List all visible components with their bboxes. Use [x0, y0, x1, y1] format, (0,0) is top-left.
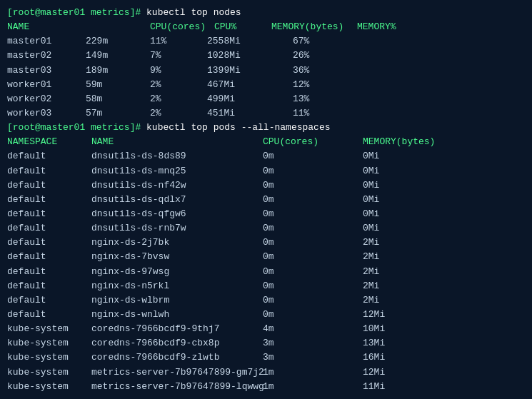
command-2: kubectl top pods --all-namespaces: [146, 121, 330, 135]
pods-table-body: defaultdnsutils-ds-8ds890m0Midefaultdnsu…: [7, 149, 525, 393]
nodes-command-line: [root@master01 metrics]# kubectl top nod…: [7, 6, 525, 20]
terminal: [root@master01 metrics]# kubectl top nod…: [7, 6, 525, 393]
table-row: master01229m11%2558Mi67%: [7, 34, 525, 49]
nodes-col-cpupct: CPU%: [214, 20, 271, 34]
table-row: defaultdnsutils-ds-mnq250m0Mi: [7, 164, 525, 178]
table-row: worker0159m2%467Mi12%: [7, 78, 525, 92]
nodes-table-body: master01229m11%2558Mi67%master02149m7%10…: [7, 34, 525, 121]
table-row: defaultdnsutils-ds-qfgw60m0Mi: [7, 207, 525, 221]
nodes-col-mempct: MEMORY%: [357, 20, 414, 34]
table-row: kube-systemcoredns-7966bcdf9-zlwtb3m16Mi: [7, 350, 525, 365]
nodes-col-cpu: CPU(cores): [150, 20, 214, 34]
table-row: defaultnginx-ds-2j7bk0m2Mi: [7, 236, 525, 250]
nodes-col-name: NAME: [7, 20, 150, 34]
table-row: defaultdnsutils-ds-8ds890m0Mi: [7, 149, 525, 163]
table-row: defaultnginx-ds-97wsg0m2Mi: [7, 265, 525, 279]
pods-command-line: [root@master01 metrics]# kubectl top pod…: [7, 121, 525, 135]
table-row: defaultnginx-ds-7bvsw0m2Mi: [7, 250, 525, 264]
pods-col-name: NAME: [91, 135, 263, 149]
pods-col-cpu: CPU(cores): [263, 135, 363, 149]
table-row: defaultdnsutils-ds-rnb7w0m0Mi: [7, 221, 525, 236]
table-row: kube-systemcoredns-7966bcdf9-9thj74m10Mi: [7, 322, 525, 336]
table-row: defaultnginx-ds-wnlwh0m12Mi: [7, 308, 525, 322]
table-row: kube-systemmetrics-server-7b97647899-gm7…: [7, 365, 525, 380]
table-row: worker0258m2%499Mi13%: [7, 92, 525, 106]
table-row: master02149m7%1028Mi26%: [7, 49, 525, 63]
table-row: defaultnginx-ds-n5rkl0m2Mi: [7, 279, 525, 293]
nodes-col-mem: MEMORY(bytes): [271, 20, 357, 34]
pods-col-namespace: NAMESPACE: [7, 135, 91, 149]
pods-col-mem: MEMORY(bytes): [363, 135, 435, 149]
prompt-2: [root@master01 metrics]#: [7, 121, 146, 135]
pods-header: NAMESPACENAMECPU(cores)MEMORY(bytes): [7, 135, 525, 149]
table-row: kube-systemmetrics-server-7b97647899-lqw…: [7, 380, 525, 393]
table-row: defaultdnsutils-ds-nf42w0m0Mi: [7, 178, 525, 193]
command-1: kubectl top nodes: [146, 6, 241, 20]
table-row: worker0357m2%451Mi11%: [7, 106, 525, 121]
table-row: defaultnginx-ds-wlbrm0m2Mi: [7, 293, 525, 308]
prompt-1: [root@master01 metrics]#: [7, 6, 146, 20]
table-row: kube-systemcoredns-7966bcdf9-cbx8p3m13Mi: [7, 336, 525, 350]
table-row: master03189m9%1399Mi36%: [7, 64, 525, 78]
table-row: defaultdnsutils-ds-qdlx70m0Mi: [7, 193, 525, 207]
nodes-header: NAMECPU(cores)CPU%MEMORY(bytes)MEMORY%: [7, 20, 525, 34]
